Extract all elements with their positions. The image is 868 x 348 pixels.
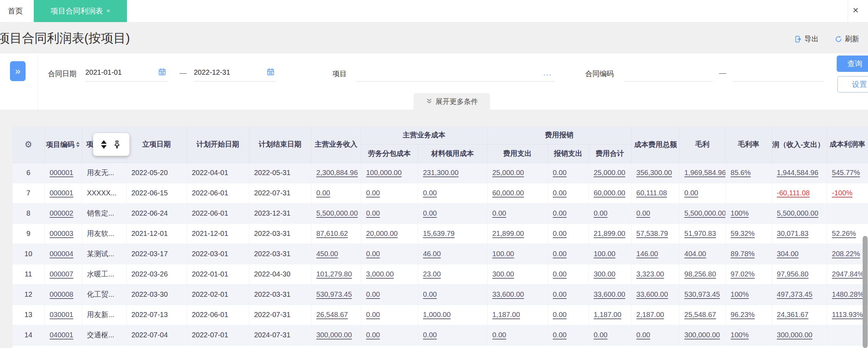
column-settings-header[interactable]: ⚙	[12, 126, 44, 163]
header-profit[interactable]: 利润（收入-支出）	[772, 126, 827, 163]
cell-reimburse-pay[interactable]: 0.00	[553, 250, 567, 258]
cell-cost-total[interactable]: 60,111.08	[637, 189, 667, 197]
cell-labor-cost[interactable]: 0.00	[366, 189, 380, 197]
header-plan-end[interactable]: 计划结束日期	[249, 126, 311, 163]
cell-profit[interactable]: 30,071.83	[777, 230, 809, 237]
cell-revenue[interactable]: 2,300,884.96	[316, 169, 358, 176]
cell-labor-cost[interactable]: 20,000.00	[366, 230, 398, 237]
cell-reimburse-pay[interactable]: 0.00	[553, 270, 567, 278]
header-expense-pay[interactable]: 费用支出	[487, 144, 548, 163]
calendar-icon[interactable]	[158, 68, 166, 76]
cell-gross-margin[interactable]: 59.32%	[731, 230, 755, 237]
cell-gross-margin[interactable]: 100%	[731, 331, 749, 339]
cell-cost-profit-rate[interactable]: 2947.84%	[832, 270, 864, 278]
cell-cost-total[interactable]: 356,300.00	[637, 169, 672, 176]
cell-gross-profit[interactable]: 530,973.45	[685, 290, 720, 298]
cell-material-cost[interactable]: 0.00	[423, 189, 437, 197]
header-cost-total[interactable]: 成本费用总额	[631, 126, 679, 163]
cell-material-cost[interactable]: 0.00	[423, 331, 437, 339]
cell-labor-cost[interactable]: 0.00	[366, 290, 380, 298]
cell-material-cost[interactable]: 231,300.00	[423, 169, 459, 176]
cell-labor-cost[interactable]: 0.00	[366, 250, 380, 258]
header-revenue[interactable]: 主营业务收入	[311, 126, 361, 163]
cell-cost-total[interactable]: 57,538.79	[637, 230, 668, 237]
vertical-scrollbar[interactable]	[863, 236, 868, 348]
cell-profit[interactable]: 300,000.00	[777, 331, 813, 339]
cell-gross-profit[interactable]: 300,000.00	[685, 331, 720, 339]
query-button[interactable]: 查询	[837, 56, 868, 72]
cell-profit[interactable]: 97,956.80	[777, 270, 809, 278]
cell-revenue[interactable]: 530,973.45	[316, 290, 352, 298]
cell-profit[interactable]: -60,111.08	[777, 189, 810, 197]
cell-gross-margin[interactable]: 100%	[731, 209, 749, 217]
cell-expense-total[interactable]: 300.00	[594, 270, 616, 278]
header-expense-total[interactable]: 费用合计	[589, 144, 631, 163]
header-reimburse-pay[interactable]: 报销支出	[548, 144, 589, 163]
cell-gross-margin[interactable]: 97.02%	[731, 270, 755, 278]
cell-material-cost[interactable]: 46.00	[423, 250, 441, 258]
cell-expense-pay[interactable]: 1,187.00	[492, 311, 520, 318]
date-to-input[interactable]: 2022-12-31	[194, 63, 276, 81]
refresh-button[interactable]: 刷新	[835, 34, 859, 44]
cell-revenue[interactable]: 87,610.62	[316, 230, 348, 237]
cell-code[interactable]: 000001	[50, 189, 74, 197]
cell-profit[interactable]: 304.00	[777, 250, 799, 258]
cell-gross-profit[interactable]: 5,500,000.00	[685, 209, 726, 217]
cell-labor-cost[interactable]: 100,000.00	[366, 169, 402, 176]
cell-material-cost[interactable]: 23.00	[423, 270, 441, 278]
settings-button[interactable]: 设置	[837, 76, 868, 93]
cell-expense-pay[interactable]: 21,899.00	[492, 230, 524, 237]
cell-expense-total[interactable]: 25,000.00	[594, 169, 625, 176]
cell-expense-pay[interactable]: 0.00	[492, 331, 506, 339]
expand-more-button[interactable]: 展开更多条件	[414, 93, 490, 110]
header-labor-cost[interactable]: 劳务分包成本	[361, 144, 418, 163]
cell-code[interactable]: 000003	[50, 230, 74, 237]
cell-gross-profit[interactable]: 51,970.83	[685, 230, 716, 237]
cell-material-cost[interactable]: 15,639.79	[423, 230, 455, 237]
cell-cost-profit-rate[interactable]: 1480.28%	[832, 290, 864, 298]
cell-gross-margin[interactable]: 85.6%	[731, 169, 751, 176]
tab-active[interactable]: 项目合同利润表 ×	[34, 0, 127, 22]
cell-expense-total[interactable]: 33,600.00	[594, 290, 625, 298]
cell-expense-total[interactable]: 0.00	[594, 331, 608, 339]
header-plan-start[interactable]: 计划开始日期	[187, 126, 249, 163]
header-cost-profit-rate[interactable]: 成本利润率	[827, 126, 868, 163]
cell-material-cost[interactable]: 0.00	[423, 209, 437, 217]
cell-reimburse-pay[interactable]: 0.00	[553, 290, 567, 298]
project-more-button[interactable]: ...	[543, 68, 552, 78]
cell-expense-pay[interactable]: 0.00	[492, 209, 506, 217]
cell-revenue[interactable]: 450.00	[316, 250, 338, 258]
cell-code[interactable]: 030001	[50, 311, 74, 318]
cell-labor-cost[interactable]: 0.00	[366, 209, 380, 217]
cell-revenue[interactable]: 5,500,000.00	[316, 209, 358, 217]
cell-revenue[interactable]: 300,000.00	[316, 331, 352, 339]
cell-gross-profit[interactable]: 1,969,584.96	[685, 169, 726, 176]
cell-profit[interactable]: 24,361.67	[777, 311, 809, 318]
cell-code[interactable]: 040001	[50, 331, 74, 339]
sort-icon[interactable]	[76, 142, 80, 147]
cell-cost-total[interactable]: 3,323.00	[637, 270, 664, 278]
cell-cost-profit-rate[interactable]: 1113.93%	[832, 311, 863, 318]
header-gross-profit[interactable]: 毛利	[679, 126, 725, 163]
cell-expense-pay[interactable]: 300.00	[492, 270, 514, 278]
cell-code[interactable]: 000001	[50, 169, 74, 176]
cell-cost-profit-rate[interactable]: 208.22%	[832, 250, 860, 258]
cell-gross-profit[interactable]: 404.00	[685, 250, 706, 258]
cell-code[interactable]: 000008	[50, 290, 74, 298]
cell-expense-pay[interactable]: 33,600.00	[492, 290, 524, 298]
header-setup-date[interactable]: 立项日期	[126, 126, 187, 163]
header-project-code[interactable]: 项目编码	[44, 126, 82, 163]
cell-expense-pay[interactable]: 60,000.00	[492, 189, 524, 197]
cell-code[interactable]: 000004	[50, 250, 74, 258]
cell-reimburse-pay[interactable]: 0.00	[553, 311, 567, 318]
cell-expense-total[interactable]: 0.00	[594, 209, 608, 217]
tab-close-icon[interactable]: ×	[107, 7, 110, 15]
cell-labor-cost[interactable]: 0.00	[366, 331, 380, 339]
contract-code-to-input[interactable]	[733, 63, 823, 81]
cell-cost-total[interactable]: 0.00	[637, 209, 650, 217]
cell-cost-total[interactable]: 2,187.00	[637, 311, 664, 318]
expand-sidebar-button[interactable]: »	[10, 61, 26, 81]
cell-cost-total[interactable]: 33,600.00	[637, 290, 668, 298]
cell-expense-total[interactable]: 21,899.00	[594, 230, 625, 237]
export-button[interactable]: 导出	[794, 34, 819, 44]
